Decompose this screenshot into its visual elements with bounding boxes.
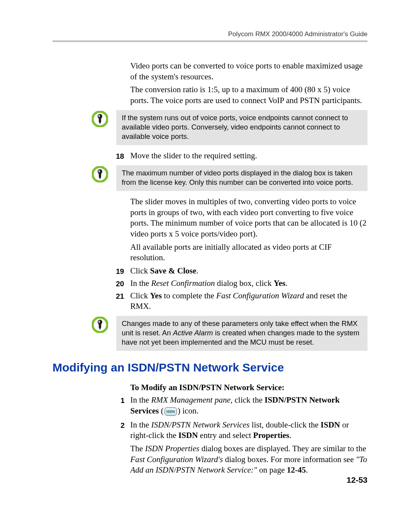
text: dialog boxes. For more information see	[223, 455, 356, 464]
note-1: If the system runs out of voice ports, v…	[89, 110, 368, 145]
header-rule	[52, 40, 368, 42]
step-number: 1	[121, 395, 130, 405]
step-20-text: In the Reset Confirmation dialog box, cl…	[130, 278, 368, 289]
text: In the	[130, 279, 151, 288]
modify-step-1-text: In the RMX Management pane, click the IS…	[130, 395, 368, 416]
step-number: 21	[116, 291, 130, 301]
svg-point-5	[98, 321, 100, 323]
sub-heading: To Modify an ISDN/PSTN Network Service:	[130, 383, 368, 392]
bold-text: Properties	[253, 431, 289, 440]
document-page: Polycom RMX 2000/4000 Administrator's Gu…	[0, 0, 420, 508]
page-header: Polycom RMX 2000/4000 Administrator's Gu…	[52, 30, 368, 38]
modify-step-2-text: In the ISDN/PSTN Network Services list, …	[130, 420, 368, 478]
text: ) icon.	[178, 406, 199, 415]
step-21: 21 Click Yes to complete the Fast Config…	[116, 291, 368, 312]
italic-text: Active Alarm	[173, 329, 213, 337]
pin-icon	[89, 110, 111, 127]
text: Click	[130, 266, 150, 275]
intro-paragraph-2: The conversion ratio is 1:5, up to a max…	[130, 84, 368, 106]
pin-icon	[89, 316, 111, 333]
modify-step-1: 1 In the RMX Management pane, click the …	[121, 395, 368, 416]
text: , click the	[231, 395, 264, 405]
step-number: 20	[116, 278, 130, 289]
page-content: Video ports can be converted to voice po…	[52, 61, 368, 478]
text: entry and select	[198, 431, 253, 440]
intro-block: Video ports can be converted to voice po…	[130, 61, 368, 106]
text: on page	[257, 465, 287, 475]
note-1-text: If the system runs out of voice ports, v…	[116, 110, 368, 145]
bold-text: 12-45	[287, 465, 306, 475]
step-19: 19 Click Save & Close.	[116, 266, 368, 277]
modify-step-2: 2 In the ISDN/PSTN Network Services list…	[121, 420, 368, 478]
bold-text: ISDN	[320, 420, 340, 429]
step-number: 19	[116, 266, 130, 276]
step-number: 2	[121, 420, 130, 430]
bold-text: ISDN	[178, 431, 198, 440]
section-heading: Modifying an ISDN/PSTN Network Service	[52, 361, 368, 374]
text: list, double-click the	[250, 420, 321, 429]
svg-point-1	[98, 115, 100, 117]
text: The	[130, 444, 145, 453]
note-2-text: The maximum number of video ports displa…	[116, 165, 368, 191]
text: dialog boxes are displayed. They are sim…	[200, 444, 366, 453]
step-18: 18 Move the slider to the required setti…	[116, 151, 368, 161]
text: .	[196, 266, 198, 275]
italic-text: Reset Confirmation	[151, 279, 215, 288]
italic-text: Fast Configuration Wizard's	[130, 455, 223, 464]
text: .	[289, 431, 291, 440]
page-number: 12-53	[346, 475, 368, 485]
note-3: Changes made to any of these parameters …	[89, 316, 368, 351]
step-21-text: Click Yes to complete the Fast Configura…	[130, 291, 368, 312]
slider-p2: All available ports are initially alloca…	[130, 242, 368, 263]
note-3-text: Changes made to any of these parameters …	[116, 316, 368, 351]
intro-paragraph-1: Video ports can be converted to voice po…	[130, 61, 368, 82]
pin-icon	[89, 165, 111, 182]
text: Click	[130, 291, 150, 300]
text: .	[306, 465, 308, 475]
italic-text: ISDN Properties	[145, 444, 200, 453]
bold-text: Yes	[150, 291, 162, 300]
svg-point-3	[98, 170, 100, 172]
step-19-text: Click Save & Close.	[130, 266, 368, 277]
text: (	[159, 406, 163, 415]
isdn-services-icon: ISDN	[164, 407, 177, 416]
note-2: The maximum number of video ports displa…	[89, 165, 368, 191]
text: In the	[130, 420, 151, 429]
text: .	[285, 279, 287, 288]
text: In the	[130, 395, 151, 405]
step-18-text: Move the slider to the required setting.	[130, 151, 368, 161]
slider-p1: The slider moves in multiples of two, co…	[130, 196, 368, 240]
step-number: 18	[116, 151, 130, 161]
italic-text: RMX Management pane	[151, 395, 231, 405]
italic-text: Fast Configuration Wizard	[216, 291, 304, 300]
step-20: 20 In the Reset Confirmation dialog box,…	[116, 278, 368, 289]
italic-text: ISDN/PSTN Network Services	[151, 420, 250, 429]
text: dialog box, click	[215, 279, 274, 288]
bold-text: Yes	[274, 279, 285, 288]
slider-explain: The slider moves in multiples of two, co…	[130, 196, 368, 263]
bold-text: Save & Close	[150, 266, 196, 275]
text: to complete the	[162, 291, 216, 300]
